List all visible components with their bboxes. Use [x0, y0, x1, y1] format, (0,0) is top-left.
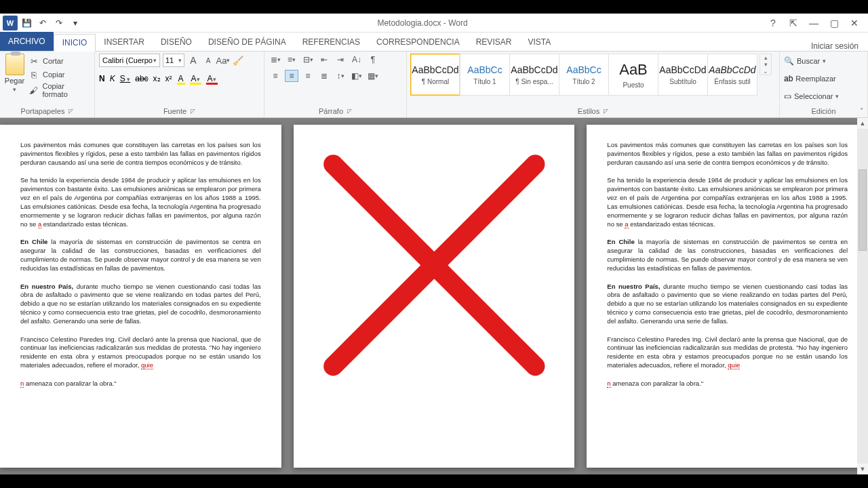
tab-review[interactable]: REVISAR: [468, 33, 520, 51]
style--nfasis-sutil[interactable]: AaBbCcDdÉnfasis sutil: [707, 54, 757, 96]
page-middle[interactable]: [294, 125, 575, 468]
scroll-thumb[interactable]: [859, 169, 867, 251]
superscript-button[interactable]: x²: [165, 74, 172, 83]
font-name-combo[interactable]: Calibri (Cuerpo▾: [99, 54, 160, 67]
ribbon-display-icon[interactable]: ⇱: [784, 16, 803, 30]
tab-design[interactable]: DISEÑO: [153, 33, 200, 51]
shrink-font-icon[interactable]: A: [202, 54, 214, 66]
style-t-tulo-1[interactable]: AaBbCcTítulo 1: [460, 54, 510, 96]
tab-references[interactable]: REFERENCIAS: [294, 33, 368, 51]
doc-paragraph: Se ha tenido la experiencia desde 1984 d…: [607, 176, 848, 228]
highlight-button[interactable]: A▾: [190, 74, 201, 83]
svg-line-1: [333, 164, 535, 366]
select-button[interactable]: ▭Seleccionar▾: [784, 89, 839, 104]
multilevel-button[interactable]: ⊟▾: [301, 54, 315, 66]
close-icon[interactable]: ✕: [845, 16, 864, 30]
doc-paragraph: En Chile la mayoría de sistemas en const…: [607, 238, 848, 272]
replace-icon: ab: [784, 74, 793, 83]
styles-gallery[interactable]: AaBbCcDd¶ NormalAaBbCcTítulo 1AaBbCcDd¶ …: [411, 54, 757, 96]
page-right[interactable]: Los pavimentos más comunes que constituy…: [587, 125, 868, 468]
replace-button[interactable]: abReemplazar: [784, 71, 836, 86]
ribbon: Pegar ▾ ✂Cortar ⎘Copiar 🖌Copiar formato …: [0, 52, 868, 118]
tab-mailings[interactable]: CORRESPONDENCIA: [368, 33, 468, 51]
doc-paragraph: Se ha tenido la experiencia desde 1984 d…: [20, 176, 261, 228]
change-case-icon[interactable]: Aa▾: [217, 54, 229, 66]
paste-button[interactable]: Pegar ▾: [4, 54, 25, 93]
sort-button[interactable]: A↓: [350, 54, 363, 66]
tab-view[interactable]: VISTA: [519, 33, 559, 51]
justify-button[interactable]: ≣: [317, 70, 331, 82]
doc-paragraph: n amenaza con paralizar la obra.": [607, 380, 848, 388]
align-left-button[interactable]: ≡: [269, 70, 282, 82]
tab-home[interactable]: INICIO: [54, 34, 96, 52]
document-area: Los pavimentos más comunes que constituy…: [0, 118, 868, 474]
minimize-icon[interactable]: —: [804, 16, 823, 30]
doc-paragraph: n amenaza con paralizar la obra.": [20, 380, 261, 388]
italic-button[interactable]: K: [110, 74, 115, 83]
grow-font-icon[interactable]: A: [187, 54, 199, 66]
group-paragraph-label: Párrafo: [319, 107, 343, 115]
doc-paragraph: Francisco Celestino Paredes Ing. Civil d…: [20, 336, 261, 370]
borders-button[interactable]: ▦▾: [366, 70, 380, 82]
group-editing-label: Edición: [811, 107, 835, 115]
find-icon: 🔍: [784, 56, 794, 66]
word-icon: W: [3, 16, 18, 30]
numbering-button[interactable]: ≡▾: [285, 54, 298, 66]
save-icon[interactable]: 💾: [20, 17, 33, 29]
style--sin-espa-[interactable]: AaBbCcDd¶ Sin espa...: [509, 54, 559, 96]
ribbon-tabs: ARCHIVO INICIO INSERTAR DISEÑO DISEÑO DE…: [0, 33, 868, 52]
align-right-button[interactable]: ≡: [301, 70, 315, 82]
indent-button[interactable]: ⇥: [334, 54, 347, 66]
style-subt-tulo[interactable]: AaBbCcDdSubtítulo: [658, 54, 708, 96]
vertical-scrollbar[interactable]: ▲ ▼: [857, 118, 868, 474]
font-size-combo[interactable]: 11▾: [163, 54, 184, 67]
clipboard-icon: [5, 54, 24, 75]
underline-button[interactable]: S ▾: [120, 74, 131, 83]
strike-button[interactable]: abc: [135, 74, 148, 83]
copy-button[interactable]: ⎘Copiar: [28, 68, 90, 81]
style-t-tulo-2[interactable]: AaBbCcTítulo 2: [559, 54, 609, 96]
style-puesto[interactable]: AaBPuesto: [608, 54, 658, 96]
outdent-button[interactable]: ⇤: [317, 54, 331, 66]
bold-button[interactable]: N: [99, 74, 105, 83]
collapse-ribbon-icon[interactable]: ˄: [860, 107, 864, 116]
cut-button[interactable]: ✂Cortar: [28, 55, 90, 67]
redo-icon[interactable]: ↷: [53, 17, 65, 29]
find-button[interactable]: 🔍Buscar▾: [784, 54, 826, 68]
font-launcher-icon[interactable]: ◸: [191, 108, 195, 115]
shading-button[interactable]: ◧▾: [350, 70, 363, 82]
show-marks-button[interactable]: ¶: [366, 54, 380, 66]
tab-insert[interactable]: INSERTAR: [96, 33, 153, 51]
undo-icon[interactable]: ↶: [37, 17, 49, 29]
help-icon[interactable]: ?: [764, 16, 783, 30]
brush-icon: 🖌: [28, 84, 39, 96]
font-color-button[interactable]: A▾: [206, 74, 218, 83]
copy-icon: ⎘: [28, 68, 40, 81]
styles-more[interactable]: ▴▾⌄: [760, 54, 772, 75]
restore-icon[interactable]: ▢: [825, 16, 844, 30]
group-styles-label: Estilos: [578, 107, 599, 115]
scroll-up-icon[interactable]: ▲: [857, 118, 868, 129]
signin-link[interactable]: Iniciar sesión: [811, 41, 859, 51]
format-painter-button[interactable]: 🖌Copiar formato: [28, 82, 90, 98]
text-effects-button[interactable]: A: [177, 74, 185, 83]
align-center-button[interactable]: ≡: [285, 70, 298, 82]
style--normal[interactable]: AaBbCcDd¶ Normal: [410, 54, 460, 96]
group-font-label: Fuente: [163, 107, 186, 115]
scissors-icon: ✂: [28, 55, 40, 67]
doc-paragraph: Los pavimentos más comunes que constituy…: [20, 141, 261, 167]
paste-label: Pegar: [5, 77, 24, 85]
qat-more-icon[interactable]: ▾: [69, 17, 81, 29]
doc-paragraph: Francisco Celestino Paredes Ing. Civil d…: [607, 336, 848, 370]
tab-file[interactable]: ARCHIVO: [0, 32, 54, 51]
page-left[interactable]: Los pavimentos más comunes que constituy…: [0, 125, 281, 468]
bullets-button[interactable]: ≣▾: [269, 54, 282, 66]
subscript-button[interactable]: x₂: [153, 74, 161, 83]
line-spacing-button[interactable]: ↕▾: [334, 70, 347, 82]
paragraph-launcher-icon[interactable]: ◸: [347, 108, 352, 115]
clipboard-launcher-icon[interactable]: ◸: [68, 108, 73, 115]
scroll-down-icon[interactable]: ▼: [857, 464, 868, 474]
styles-launcher-icon[interactable]: ◸: [604, 108, 608, 115]
clear-format-icon[interactable]: 🧹: [232, 54, 244, 66]
tab-layout[interactable]: DISEÑO DE PÁGINA: [200, 33, 294, 51]
